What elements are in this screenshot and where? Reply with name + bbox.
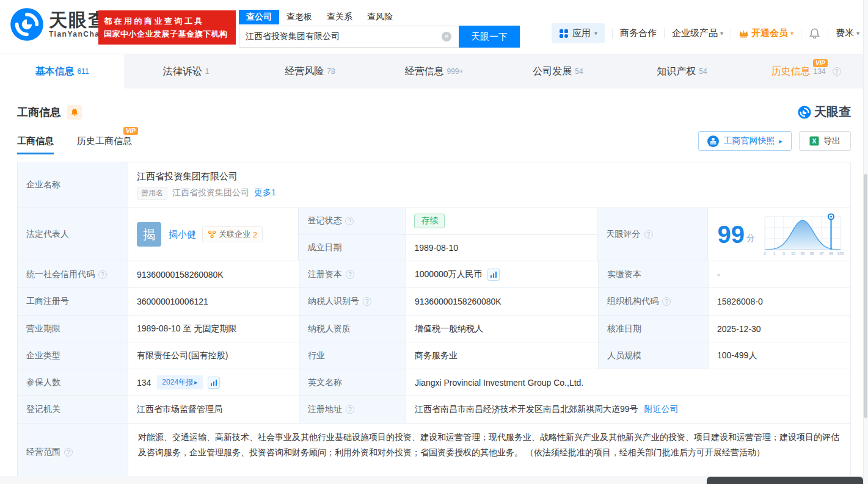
- subtab-history-business-info[interactable]: 历史工商信息 VIP: [77, 135, 132, 154]
- vip-badge: VIP: [813, 59, 828, 67]
- help-icon[interactable]: ?: [98, 270, 107, 279]
- score-cell: 99 分 0131550859799100: [708, 208, 851, 261]
- nav-enterprise-product[interactable]: 企业级产品 ▾: [672, 27, 723, 39]
- trend-chart-icon[interactable]: [487, 269, 500, 281]
- tab-company-development[interactable]: 公司发展 54: [496, 54, 620, 88]
- help-icon[interactable]: ?: [346, 270, 354, 279]
- section-actions: 工商官网快照 ▸ X 导出: [698, 131, 851, 154]
- clear-icon[interactable]: ✕: [442, 32, 451, 42]
- search-tab-relation[interactable]: 查关系: [319, 10, 360, 24]
- alert-bell-icon[interactable]: [67, 105, 82, 120]
- search-row: ✕ 天眼一下: [239, 26, 520, 48]
- scrollbar[interactable]: [863, 0, 868, 484]
- nearby-companies-link[interactable]: 附近公司: [644, 404, 679, 415]
- label-text: 天眼评分: [607, 229, 641, 240]
- svg-text:1: 1: [773, 251, 776, 256]
- credit-code-label: 统一社会信用代码?: [18, 261, 128, 287]
- annual-report-badge[interactable]: 2024年报 ▸: [157, 375, 202, 389]
- notification-bell-icon[interactable]: [809, 27, 820, 39]
- nav-apps[interactable]: 应用 ▾: [552, 23, 605, 43]
- help-icon[interactable]: ?: [64, 448, 73, 457]
- reg-number-label: 工商注册号: [18, 288, 128, 315]
- export-button[interactable]: X 导出: [799, 131, 851, 151]
- table-row: 企业名称 江西省投资集团有限公司 曾用名 江西省投资集团公司 更多1: [18, 162, 850, 208]
- nav-business-coop[interactable]: 商务合作: [620, 27, 657, 39]
- vip-badge: VIP: [123, 127, 138, 135]
- industry-label: 行业: [299, 342, 406, 369]
- search-tab-risk[interactable]: 查风险: [360, 10, 400, 24]
- address-label: 注册地址?: [299, 396, 406, 423]
- stamp-icon: [707, 135, 719, 147]
- former-name: 江西省投资集团公司: [172, 187, 249, 198]
- address-cell: 江西省南昌市南昌经济技术开发区南昌北郊新祺周大道99号 附近公司: [406, 396, 850, 423]
- nav-open-vip[interactable]: 开通会员 ▾: [739, 27, 793, 39]
- nav-user[interactable]: 费米 ▾: [836, 27, 859, 39]
- former-name-line: 曾用名 江西省投资集团公司 更多1: [137, 187, 276, 200]
- tab-label: 基本信息: [35, 65, 74, 78]
- more-link[interactable]: 更多1: [254, 187, 276, 198]
- table-row: 统一社会信用代码? 91360000158260080K 注册资本? 10000…: [18, 261, 850, 288]
- svg-text:99: 99: [829, 251, 834, 256]
- former-name-badge: 曾用名: [137, 187, 167, 200]
- company-type-cell: 有限责任公司(国有控股): [128, 342, 299, 369]
- tab-intellectual-property[interactable]: 知识产权 54: [620, 54, 744, 88]
- table-row: 经营范围? 对能源、交通运输、高新技术、社会事业及其他行业基础设施项目的投资、建…: [18, 424, 850, 481]
- help-icon[interactable]: ?: [346, 405, 354, 414]
- trend-chart-icon[interactable]: [208, 377, 220, 389]
- annual-report-label: 2024年报: [162, 377, 193, 388]
- help-icon[interactable]: ?: [363, 297, 371, 306]
- tab-count: 1: [205, 67, 210, 76]
- table-row: 法定代表人 揭 揭小健 关联企业 2: [18, 208, 850, 261]
- english-name-cell: Jiangxi Provincial Investment Group Co.,…: [406, 369, 850, 396]
- search-tab-company[interactable]: 查公司: [239, 10, 279, 24]
- score-chart[interactable]: 0131550859799100: [761, 212, 845, 257]
- tab-label: 经营信息: [404, 65, 443, 78]
- chevron-down-icon: ▾: [720, 30, 723, 37]
- svg-text:100: 100: [837, 251, 844, 256]
- establish-date-cell: 1989-08-10: [406, 235, 597, 261]
- svg-text:3: 3: [782, 251, 785, 256]
- help-icon[interactable]: ?: [644, 230, 653, 239]
- tab-legal-proceedings[interactable]: 法律诉讼 1: [124, 54, 248, 88]
- divider: [731, 29, 731, 38]
- help-icon[interactable]: ?: [833, 67, 841, 76]
- taxpayer-id-label: 纳税人识别号?: [299, 288, 406, 315]
- label-text: 组织机构代码: [607, 296, 658, 307]
- business-scope-label: 经营范围?: [18, 424, 128, 481]
- tab-basic-info[interactable]: 基本信息 611: [0, 54, 124, 88]
- search-tab-boss[interactable]: 查老板: [279, 10, 319, 24]
- snapshot-button[interactable]: 工商官网快照 ▸: [698, 131, 792, 151]
- subtab-business-info[interactable]: 工商信息: [17, 135, 54, 154]
- scrollbar-thumb[interactable]: [864, 174, 867, 418]
- legal-rep-name[interactable]: 揭小健: [169, 229, 196, 240]
- help-icon[interactable]: ?: [345, 217, 354, 225]
- search-button[interactable]: 天眼一下: [459, 26, 520, 48]
- chevron-down-icon: ▾: [856, 30, 859, 37]
- establish-date-label: 成立日期: [299, 235, 406, 261]
- approval-date-cell: 2025-12-30: [709, 316, 850, 342]
- staff-size-cell: 100-499人: [709, 342, 850, 369]
- tab-business-info[interactable]: 经营信息 999+: [372, 54, 496, 88]
- related-label: 关联企业: [219, 229, 250, 240]
- legal-rep-label: 法定代表人: [18, 208, 128, 261]
- related-company-badge[interactable]: 关联企业 2: [202, 226, 263, 242]
- score-unit: 分: [746, 233, 755, 244]
- tab-count: 54: [575, 67, 583, 76]
- section-title: 工商信息: [17, 105, 61, 120]
- reg-authority-label: 登记机关: [18, 396, 128, 423]
- tab-count: 78: [327, 67, 335, 76]
- help-icon[interactable]: ?: [662, 297, 671, 306]
- search-input[interactable]: [239, 26, 459, 48]
- chevron-down-icon: ▾: [790, 30, 793, 37]
- tab-operating-risk[interactable]: 经营风险 78: [248, 54, 372, 88]
- tianyancha-watermark: 天眼查: [798, 104, 851, 120]
- svg-text:85: 85: [810, 251, 815, 256]
- slogan-line2: 国家中小企业发展子基金旗下机构: [104, 27, 230, 40]
- legal-rep-avatar[interactable]: 揭: [137, 222, 161, 247]
- taxpayer-id-cell: 91360000158260080K: [406, 288, 599, 315]
- company-type-label: 企业类型: [18, 342, 128, 369]
- tab-history-info[interactable]: VIP 历史信息 134 ?: [744, 54, 868, 88]
- svg-text:97: 97: [819, 251, 824, 256]
- subtabs: 工商信息 历史工商信息 VIP: [17, 135, 132, 154]
- watermark-bar: [707, 477, 863, 484]
